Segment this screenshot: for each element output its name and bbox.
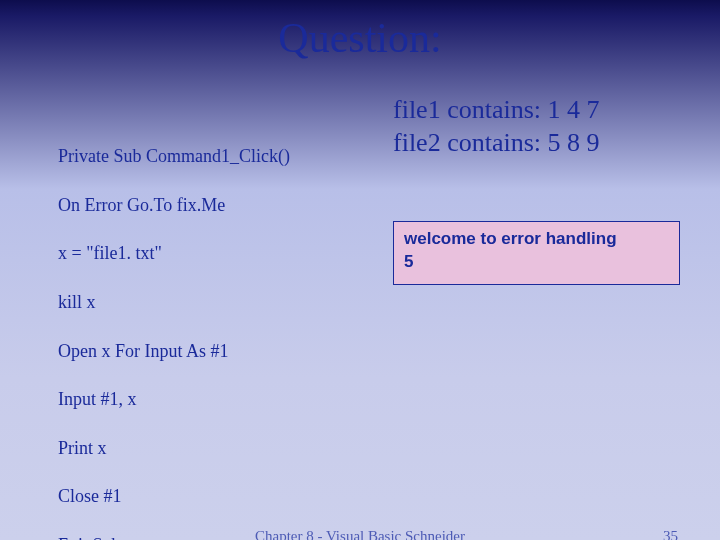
code-line: Print x [58, 436, 383, 460]
code-block: Private Sub Command1_Click() On Error Go… [58, 94, 383, 540]
file-info: file1 contains: 1 4 7 file2 contains: 5 … [393, 94, 680, 159]
code-line: On Error Go.To fix.Me [58, 193, 383, 217]
code-line: x = "file1. txt" [58, 241, 383, 265]
file-info-line: file1 contains: 1 4 7 [393, 94, 680, 127]
output-box: welcome to error handling 5 [393, 221, 680, 285]
output-line: welcome to error handling [404, 228, 669, 251]
right-column: file1 contains: 1 4 7 file2 contains: 5 … [383, 94, 680, 540]
code-line: Close #1 [58, 484, 383, 508]
output-line: 5 [404, 251, 669, 274]
code-line: Open x For Input As #1 [58, 339, 383, 363]
slide-title: Question: [0, 14, 720, 62]
file-info-line: file2 contains: 5 8 9 [393, 127, 680, 160]
footer-text: Chapter 8 - Visual Basic Schneider [255, 528, 465, 540]
slide: Question: Private Sub Command1_Click() O… [0, 0, 720, 540]
page-number: 35 [663, 528, 678, 540]
code-line: kill x [58, 290, 383, 314]
content-area: Private Sub Command1_Click() On Error Go… [58, 94, 680, 540]
code-line: Input #1, x [58, 387, 383, 411]
code-line: Private Sub Command1_Click() [58, 144, 383, 168]
